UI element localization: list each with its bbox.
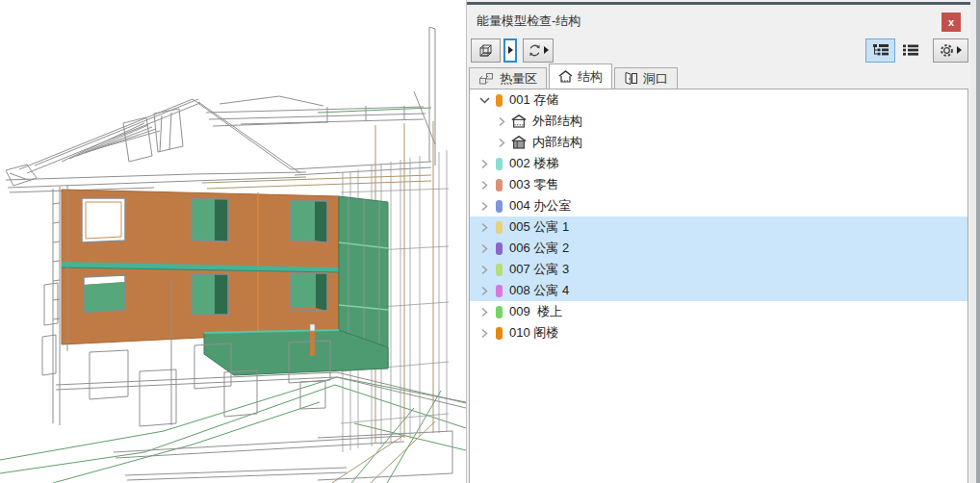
panel-titlebar[interactable]: 能量模型检查-结构 x — [467, 5, 970, 34]
thermal-blocks-icon — [478, 72, 495, 85]
model-3d-flyout-button[interactable] — [503, 38, 517, 63]
expand-toggle[interactable] — [477, 201, 491, 212]
expand-toggle[interactable] — [477, 180, 491, 191]
zone-color-swatch — [496, 306, 503, 318]
tree-row-label: 003 零售 — [509, 176, 558, 193]
zone-color-swatch — [496, 158, 503, 170]
close-icon: x — [948, 16, 954, 28]
chevron-right-icon — [481, 201, 488, 212]
tree-row[interactable]: 010 阁楼 — [470, 322, 967, 343]
tab-label: 热量区 — [500, 70, 537, 88]
model-3d-view-button[interactable] — [471, 38, 501, 63]
cube-3d-icon — [477, 43, 494, 58]
chevron-right-icon — [481, 265, 488, 275]
flyout-arrow-icon — [957, 46, 962, 54]
zone-color-swatch — [496, 264, 503, 276]
panel-tabs: 热量区 结构 洞口 — [469, 65, 968, 89]
panel-window-frame — [976, 0, 980, 483]
structure-house-icon — [558, 70, 573, 83]
chevron-down-icon — [479, 97, 490, 104]
tree-row[interactable]: 008 公寓 4 — [470, 280, 967, 301]
tree-view-icon — [872, 43, 890, 57]
panel-title: 能量模型检查-结构 — [477, 13, 580, 30]
flyout-arrow-icon — [544, 46, 549, 54]
tree-view-toggle-button[interactable] — [865, 38, 895, 63]
tab-label: 结构 — [578, 68, 603, 86]
tree-row[interactable]: 004 办公室 — [470, 195, 967, 216]
house-outline-icon — [511, 114, 527, 128]
refresh-button[interactable] — [523, 38, 554, 63]
tree-row[interactable]: 009 楼上 — [470, 301, 967, 322]
expand-toggle[interactable] — [495, 116, 508, 127]
expand-toggle[interactable] — [477, 159, 491, 169]
settings-button[interactable] — [933, 38, 968, 63]
expand-toggle[interactable] — [495, 138, 508, 148]
house-outline-icon — [511, 114, 527, 128]
tree-row[interactable]: 005 公寓 1 — [470, 216, 967, 238]
tree-row-label: 008 公寓 4 — [509, 282, 569, 299]
expand-toggle[interactable] — [477, 265, 491, 275]
tree-row[interactable]: 007 公寓 3 — [470, 259, 967, 280]
tree-row[interactable]: 001 存储 — [470, 89, 967, 111]
tree-row-label: 001 存储 — [509, 91, 558, 109]
tree-row[interactable]: 外部结构 — [470, 111, 967, 132]
expand-toggle[interactable] — [477, 243, 491, 254]
house-filled-icon — [511, 136, 527, 149]
tree-row-label: 004 办公室 — [509, 197, 571, 215]
zone-color-swatch — [496, 179, 503, 191]
chevron-right-icon — [481, 243, 488, 254]
flyout-arrow-icon — [508, 46, 513, 54]
tree-row[interactable]: 003 零售 — [470, 174, 967, 195]
tab-openings[interactable]: 洞口 — [614, 67, 678, 89]
expand-toggle[interactable] — [477, 222, 491, 233]
zone-color-swatch — [496, 221, 503, 234]
tree-row-label: 006 公寓 2 — [509, 240, 569, 257]
flat-list-toggle-button[interactable] — [895, 38, 925, 63]
expand-toggle[interactable] — [477, 328, 491, 339]
refresh-icon — [528, 43, 542, 58]
tree-row-label: 外部结构 — [532, 113, 582, 130]
tree-row[interactable]: 内部结构 — [470, 132, 967, 153]
tree-row[interactable]: 002 楼梯 — [470, 153, 967, 174]
chevron-right-icon — [481, 328, 488, 339]
chevron-right-icon — [481, 222, 488, 233]
tree-row-label: 007 公寓 3 — [509, 261, 569, 278]
tree-row-label: 005 公寓 1 — [509, 218, 569, 236]
gear-icon — [940, 43, 954, 58]
chevron-right-icon — [481, 307, 488, 318]
tab-label: 洞口 — [643, 70, 668, 88]
zone-color-swatch — [496, 200, 503, 213]
tree-row-label: 内部结构 — [532, 134, 582, 151]
zone-color-swatch — [496, 242, 503, 255]
tab-thermal-zones[interactable]: 热量区 — [469, 67, 547, 89]
chevron-right-icon — [481, 286, 488, 296]
panel-toolbar — [471, 37, 968, 64]
tree-row-label: 002 楼梯 — [509, 155, 558, 172]
expand-toggle[interactable] — [477, 307, 491, 318]
tree-row-label: 009 楼上 — [509, 303, 562, 320]
chevron-right-icon — [481, 180, 488, 191]
list-view-icon — [902, 43, 919, 57]
building-wireframe — [0, 0, 466, 483]
zone-color-swatch — [496, 285, 503, 297]
model-viewport[interactable] — [0, 0, 466, 483]
opening-door-icon — [624, 72, 638, 85]
tree-row-label: 010 阁楼 — [509, 324, 558, 342]
expand-toggle[interactable] — [477, 286, 491, 296]
tab-structures[interactable]: 结构 — [549, 64, 612, 89]
tree-row[interactable]: 006 公寓 2 — [470, 238, 967, 259]
energy-model-review-panel: 能量模型检查-结构 x — [466, 0, 980, 483]
zone-color-swatch — [496, 327, 503, 340]
energy-model-review-window: 能量模型检查-结构 x — [0, 0, 980, 483]
zone-color-swatch — [496, 94, 503, 107]
chevron-right-icon — [481, 159, 488, 169]
chevron-right-icon — [499, 116, 505, 127]
close-button[interactable]: x — [941, 13, 961, 32]
expand-toggle-open[interactable] — [477, 97, 491, 104]
structure-tree-list: 001 存储外部结构内部结构002 楼梯003 零售004 办公室005 公寓 … — [469, 89, 968, 483]
chevron-right-icon — [499, 138, 505, 148]
house-filled-icon — [511, 136, 527, 149]
